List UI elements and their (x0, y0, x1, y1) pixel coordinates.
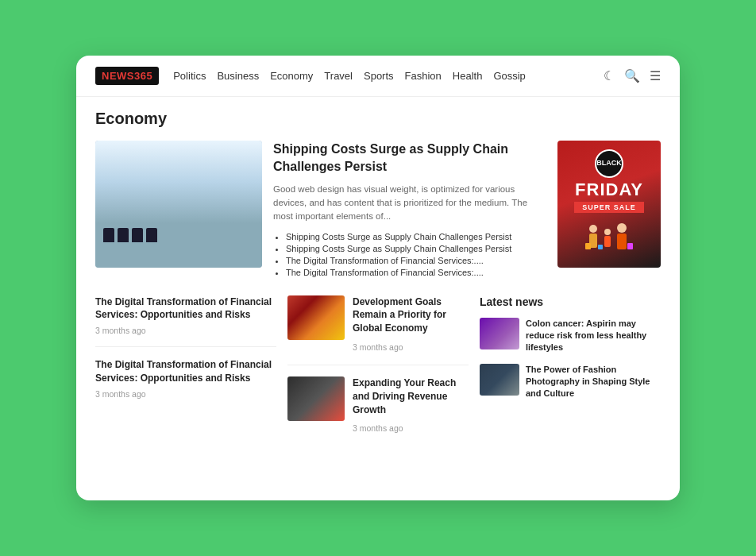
article-row-text: Development Goals Remain a Priority for … (353, 295, 469, 353)
featured-image (95, 141, 262, 268)
latest-text[interactable]: The Power of Fashion Photography in Shap… (526, 364, 661, 400)
right-col: Latest news Colon cancer: Aspirin may re… (480, 295, 661, 458)
header-icons: ☾ 🔍 ☰ (604, 68, 661, 83)
article-title[interactable]: The Digital Transformation of Financial … (95, 358, 276, 385)
featured-links: Shipping Costs Surge as Supply Chain Cha… (273, 232, 546, 277)
featured-link[interactable]: Shipping Costs Surge as Supply Chain Cha… (286, 232, 546, 241)
article-title[interactable]: Development Goals Remain a Priority for … (353, 295, 469, 335)
header: NEWS365 Politics Business Economy Travel… (76, 56, 680, 97)
svg-point-0 (589, 225, 597, 233)
nav-travel[interactable]: Travel (324, 70, 353, 82)
article-title[interactable]: The Digital Transformation of Financial … (95, 295, 276, 322)
ad-super-sale: SUPER SALE (574, 202, 644, 213)
featured-link[interactable]: The Digital Transformation of Financial … (286, 268, 546, 277)
site-logo[interactable]: NEWS365 (95, 67, 159, 85)
article-item: The Digital Transformation of Financial … (95, 358, 276, 410)
ad-people (577, 219, 641, 259)
latest-news-title: Latest news (480, 295, 661, 308)
svg-rect-3 (604, 236, 611, 247)
article-meta: 3 months ago (95, 389, 276, 399)
logo-number: 365 (134, 70, 152, 82)
svg-point-2 (604, 229, 611, 235)
ad-friday: FRIDAY (575, 181, 643, 199)
nav-business[interactable]: Business (217, 70, 259, 82)
article-meta: 3 months ago (95, 326, 276, 335)
svg-rect-8 (598, 245, 603, 249)
nav-gossip[interactable]: Gossip (493, 70, 525, 82)
svg-point-4 (617, 223, 627, 233)
menu-icon[interactable]: ☰ (650, 68, 661, 83)
article-row-text: Expanding Your Reach and Driving Revenue… (353, 376, 469, 434)
latest-thumb (480, 318, 519, 349)
ad-black-tag: BLACK (595, 149, 623, 178)
featured-row: Shipping Costs Surge as Supply Chain Cha… (95, 141, 661, 280)
darkmode-icon[interactable]: ☾ (604, 68, 615, 83)
featured-body: Good web design has visual weight, is op… (273, 183, 546, 224)
nav-sports[interactable]: Sports (364, 70, 394, 82)
article-item: The Digital Transformation of Financial … (95, 295, 276, 348)
logo-text: NEWS (102, 70, 134, 82)
latest-item: Colon cancer: Aspirin may reduce risk fr… (480, 318, 661, 354)
article-title[interactable]: Expanding Your Reach and Driving Revenue… (353, 376, 469, 416)
svg-rect-6 (585, 243, 591, 249)
latest-item: The Power of Fashion Photography in Shap… (480, 364, 661, 400)
latest-text[interactable]: Colon cancer: Aspirin may reduce risk fr… (526, 318, 661, 354)
article-thumb (287, 295, 345, 340)
page-content: Economy Shipping Costs Surge as Supply C… (76, 97, 680, 457)
article-meta: 3 months ago (353, 423, 403, 433)
page-title: Economy (95, 110, 661, 128)
featured-link[interactable]: Shipping Costs Surge as Supply Chain Cha… (286, 244, 546, 253)
article-thumb (287, 376, 345, 421)
article-row: Expanding Your Reach and Driving Revenue… (287, 376, 469, 446)
left-col: The Digital Transformation of Financial … (95, 295, 276, 458)
browser-window: NEWS365 Politics Business Economy Travel… (76, 56, 680, 500)
main-nav: Politics Business Economy Travel Sports … (173, 70, 589, 82)
nav-politics[interactable]: Politics (173, 70, 206, 82)
featured-title[interactable]: Shipping Costs Surge as Supply Chain Cha… (273, 141, 546, 176)
svg-rect-5 (617, 234, 627, 249)
article-meta: 3 months ago (353, 342, 403, 352)
nav-health[interactable]: Health (453, 70, 483, 82)
article-row: Development Goals Remain a Priority for … (287, 295, 469, 365)
featured-text: Shipping Costs Surge as Supply Chain Cha… (273, 141, 546, 280)
latest-thumb (480, 364, 519, 396)
search-icon[interactable]: 🔍 (624, 68, 640, 83)
middle-col: Development Goals Remain a Priority for … (287, 295, 469, 458)
nav-fashion[interactable]: Fashion (405, 70, 442, 82)
featured-link[interactable]: The Digital Transformation of Financial … (286, 256, 546, 265)
nav-economy[interactable]: Economy (270, 70, 313, 82)
articles-grid: The Digital Transformation of Financial … (95, 295, 661, 458)
svg-rect-7 (627, 243, 633, 249)
ad-banner: BLACK FRIDAY SUPER SALE (557, 141, 661, 268)
